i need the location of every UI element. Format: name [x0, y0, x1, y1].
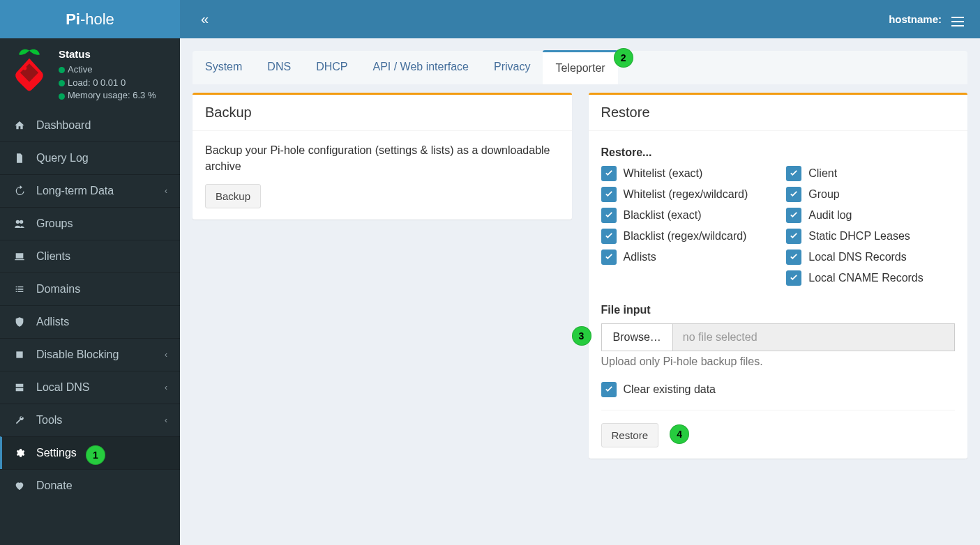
- status-panel: Status Active Load: 0 0.01 0 Memory usag…: [0, 38, 180, 109]
- restore-option-checkbox[interactable]: [601, 166, 617, 181]
- chevron-left-icon: ‹: [165, 415, 167, 425]
- sidebar-item-localdns[interactable]: Local DNS‹: [0, 371, 180, 404]
- restore-option-row: Blacklist (regex/wildcard): [601, 229, 770, 244]
- restore-option-label[interactable]: Group: [808, 188, 839, 201]
- file-status-text: no file selected: [672, 323, 955, 351]
- tab-teleporter[interactable]: Teleporter2: [543, 50, 617, 84]
- sidebar-item-tools[interactable]: Tools‹: [0, 404, 180, 436]
- sidebar-item-label: Long-term Data: [36, 185, 165, 197]
- callout-3: 3: [572, 326, 591, 346]
- tab-api-web-interface[interactable]: API / Web interface: [360, 51, 481, 84]
- content: SystemDNSDHCPAPI / Web interfacePrivacyT…: [180, 38, 980, 485]
- restore-option-checkbox[interactable]: [601, 229, 617, 244]
- sidebar-item-label: Local DNS: [36, 381, 165, 394]
- chevron-left-icon: ‹: [165, 350, 167, 360]
- restore-option-checkbox[interactable]: [601, 208, 617, 223]
- restore-option-label[interactable]: Blacklist (exact): [624, 209, 702, 222]
- chevron-left-icon: ‹: [165, 186, 167, 196]
- laptop-icon: [13, 251, 27, 262]
- sidebar-item-label: Disable Blocking: [36, 348, 165, 361]
- restore-option-label[interactable]: Adlists: [624, 251, 656, 263]
- sidebar-item-label: Query Log: [36, 152, 167, 164]
- status-memory: Memory usage: 6.3 %: [59, 89, 156, 102]
- status-active: Active: [59, 63, 156, 77]
- tab-system[interactable]: System: [193, 51, 255, 84]
- sidebar-toggle-icon[interactable]: «: [190, 4, 219, 34]
- browse-button[interactable]: Browse…: [601, 323, 672, 351]
- restore-heading: Restore: [589, 95, 968, 131]
- restore-option-label[interactable]: Blacklist (regex/wildcard): [624, 230, 747, 243]
- logo[interactable]: Pi-hole: [0, 0, 180, 38]
- status-title: Status: [59, 47, 156, 62]
- restore-option-row: Adlists: [601, 250, 770, 265]
- sidebar-item-settings[interactable]: Settings1: [0, 436, 180, 469]
- restore-option-checkbox[interactable]: [786, 270, 801, 286]
- file-input-row: Browse… no file selected 3: [601, 323, 956, 351]
- restore-option-checkbox[interactable]: [786, 250, 801, 265]
- sidebar-item-groups[interactable]: Groups: [0, 207, 180, 240]
- restore-option-checkbox[interactable]: [786, 208, 801, 223]
- backup-box: Backup Backup your Pi-hole configuration…: [193, 93, 572, 220]
- restore-option-checkbox[interactable]: [786, 166, 801, 181]
- restore-option-row: Group: [786, 187, 955, 202]
- restore-option-label[interactable]: Audit log: [808, 209, 852, 222]
- sidebar: Status Active Load: 0 0.01 0 Memory usag…: [0, 38, 180, 545]
- clear-existing-checkbox[interactable]: [601, 382, 617, 397]
- restore-option-checkbox[interactable]: [786, 187, 801, 202]
- cog-icon: [13, 447, 27, 459]
- shield-icon: [13, 316, 27, 328]
- clear-existing-row: Clear existing data: [601, 382, 956, 397]
- restore-option-label[interactable]: Local CNAME Records: [808, 272, 924, 284]
- sidebar-item-querylog[interactable]: Query Log: [0, 141, 180, 174]
- tab-dns[interactable]: DNS: [255, 51, 303, 84]
- restore-option-checkbox[interactable]: [786, 229, 801, 244]
- restore-option-row: Client: [786, 166, 955, 181]
- sidebar-item-label: Domains: [36, 283, 167, 295]
- restore-option-row: Local CNAME Records: [786, 270, 955, 286]
- list-icon: [13, 284, 27, 295]
- history-icon: [13, 185, 27, 197]
- restore-option-label[interactable]: Client: [808, 167, 837, 180]
- wrench-icon: [13, 415, 27, 426]
- sidebar-item-domains[interactable]: Domains: [0, 272, 180, 305]
- sidebar-item-clients[interactable]: Clients: [0, 240, 180, 272]
- nav-list: DashboardQuery LogLong-term Data‹GroupsC…: [0, 109, 180, 502]
- sidebar-item-disable[interactable]: Disable Blocking‹: [0, 338, 180, 371]
- heart-icon: [13, 480, 27, 491]
- restore-option-label[interactable]: Whitelist (exact): [624, 167, 703, 180]
- sidebar-item-dashboard[interactable]: Dashboard: [0, 109, 180, 141]
- restore-option-row: Audit log: [786, 208, 955, 223]
- backup-button[interactable]: Backup: [205, 184, 261, 208]
- hostname-label: hostname:: [889, 13, 942, 25]
- sidebar-item-adlists[interactable]: Adlists: [0, 305, 180, 338]
- restore-option-checkbox[interactable]: [601, 250, 617, 265]
- callout-4: 4: [670, 424, 689, 444]
- tab-dhcp[interactable]: DHCP: [303, 51, 360, 84]
- restore-option-row: Static DHCP Leases: [786, 229, 955, 244]
- clear-existing-label[interactable]: Clear existing data: [624, 383, 716, 396]
- restore-button[interactable]: Restore: [601, 423, 659, 447]
- sidebar-item-label: Dashboard: [36, 119, 167, 132]
- top-bar: Pi-hole « hostname:: [0, 0, 980, 38]
- restore-option-label[interactable]: Local DNS Records: [808, 251, 907, 263]
- restore-option-checkbox[interactable]: [601, 187, 617, 202]
- restore-option-label[interactable]: Static DHCP Leases: [808, 230, 910, 243]
- sidebar-item-label: Clients: [36, 250, 167, 263]
- restore-option-label[interactable]: Whitelist (regex/wildcard): [624, 188, 748, 201]
- sidebar-item-longterm[interactable]: Long-term Data‹: [0, 174, 180, 207]
- tab-bar: SystemDNSDHCPAPI / Web interfacePrivacyT…: [193, 51, 967, 84]
- sidebar-item-label: Donate: [36, 479, 167, 492]
- menu-icon[interactable]: [941, 7, 974, 36]
- stop-icon: [13, 349, 27, 360]
- sidebar-item-donate[interactable]: Donate: [0, 469, 180, 502]
- file-input-label: File input: [601, 304, 956, 316]
- callout-2: 2: [614, 48, 633, 68]
- file-icon: [13, 153, 27, 164]
- backup-heading: Backup: [193, 95, 572, 131]
- tab-privacy[interactable]: Privacy: [481, 51, 543, 84]
- sidebar-item-label: Tools: [36, 414, 165, 427]
- drive-icon: [13, 382, 27, 393]
- restore-box: Restore Restore... Whitelist (exact)Whit…: [589, 93, 968, 459]
- svg-rect-1: [16, 352, 22, 358]
- restore-option-row: Whitelist (regex/wildcard): [601, 187, 770, 202]
